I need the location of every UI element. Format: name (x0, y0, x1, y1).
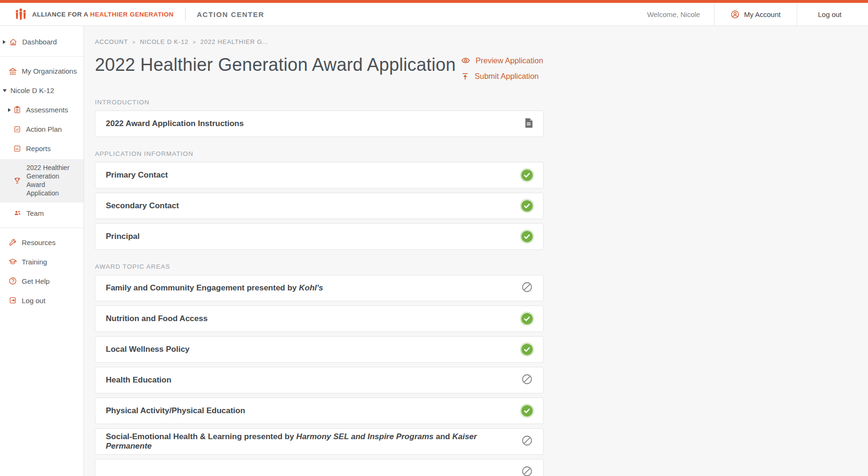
card-status (521, 374, 533, 387)
main-content: ACCOUNT>NICOLE D K-12>2022 HEALTHIER G..… (84, 26, 868, 476)
sidebar-item-label: Reports (26, 144, 51, 153)
card[interactable]: Physical Activity/Physical Education (95, 398, 544, 424)
card-title: Health Education (106, 375, 171, 385)
breadcrumb-item[interactable]: ACCOUNT (95, 38, 128, 45)
action-label: Submit Application (475, 72, 539, 81)
sidebar-item-assessments[interactable]: Assessments (0, 100, 84, 119)
card-partial[interactable] (95, 459, 544, 476)
blocked-icon (521, 281, 533, 295)
card-title: Family and Community Engagement presente… (106, 283, 323, 293)
sidebar-item-dashboard[interactable]: Dashboard (0, 32, 84, 51)
card[interactable]: 2022 Award Application Instructions (95, 110, 544, 137)
card-status (525, 118, 533, 130)
card[interactable]: Social-Emotional Health & Learning prese… (95, 428, 544, 455)
document-icon (525, 118, 533, 130)
sidebar-item-reports[interactable]: Reports (0, 139, 84, 158)
home-icon (9, 38, 17, 46)
brand-prefix: ALLIANCE FOR A (32, 11, 88, 18)
sidebar-item-get-help[interactable]: Get Help (0, 272, 84, 291)
card[interactable]: Nutrition and Food Access (95, 306, 544, 332)
card-status (521, 344, 533, 355)
card-title: Local Wellness Policy (106, 345, 189, 354)
my-account-button[interactable]: My Account (714, 3, 797, 26)
trophy-icon (13, 177, 21, 185)
section-heading: INTRODUCTION (95, 99, 544, 106)
clipboard-icon (13, 106, 21, 114)
team-icon (13, 209, 22, 217)
sidebar-item-training[interactable]: Training (0, 252, 84, 272)
breadcrumb-item[interactable]: 2022 HEALTHIER G... (200, 38, 268, 45)
card[interactable]: Principal (95, 223, 544, 250)
sidebar-item-action-plan[interactable]: Action Plan (0, 119, 84, 139)
brand-name: ALLIANCE FOR A HEALTHIER GENERATION (32, 11, 174, 18)
sidebar-item-award-application[interactable]: 2022 Healthier Generation Award Applicat… (0, 159, 84, 203)
card-title: Nutrition and Food Access (106, 314, 208, 323)
sidebar-item-my-organizations[interactable]: My Organizations (0, 61, 84, 81)
person-icon (731, 10, 740, 19)
header-divider (185, 8, 186, 21)
question-circle-icon (9, 277, 17, 285)
bank-icon (9, 67, 17, 76)
card-status (521, 405, 533, 416)
section-heading: APPLICATION INFORMATION (95, 150, 544, 157)
sidebar-divider (0, 56, 84, 57)
card[interactable]: Local Wellness Policy (95, 336, 544, 363)
upload-icon (461, 72, 469, 81)
breadcrumb: ACCOUNT>NICOLE D K-12>2022 HEALTHIER G..… (95, 38, 868, 45)
sidebar-item-label: Log out (22, 297, 45, 305)
card-status (521, 313, 533, 324)
eye-icon (461, 56, 470, 65)
breadcrumb-separator: > (188, 39, 200, 45)
blocked-icon (521, 435, 533, 448)
card-title: Social-Emotional Health & Learning prese… (106, 432, 521, 451)
sidebar-item-log-out[interactable]: Log out (0, 291, 84, 310)
card-status (521, 170, 533, 181)
section-heading: AWARD TOPIC AREAS (95, 263, 544, 270)
preview-application-link[interactable]: Preview Application (461, 56, 543, 65)
people-logo-icon (14, 8, 27, 21)
logout-icon (9, 296, 17, 305)
card[interactable]: Primary Contact (95, 162, 544, 188)
complete-check-icon (521, 405, 533, 416)
complete-check-icon (521, 344, 533, 355)
breadcrumb-item[interactable]: NICOLE D K-12 (140, 38, 188, 45)
card[interactable]: Health Education (95, 367, 544, 393)
card-title: 2022 Award Application Instructions (106, 119, 244, 128)
sidebar-item-label: Training (22, 258, 47, 266)
checkbox-icon (13, 125, 21, 133)
sidebar-item-label: Resources (22, 238, 56, 246)
application-sections: INTRODUCTION2022 Award Application Instr… (95, 99, 544, 476)
card[interactable]: Family and Community Engagement presente… (95, 275, 544, 301)
wrench-icon (9, 238, 17, 246)
card[interactable]: Secondary Contact (95, 193, 544, 219)
app-name: ACTION CENTER (197, 3, 264, 26)
brand-logo[interactable]: ALLIANCE FOR A HEALTHIER GENERATION (0, 3, 174, 26)
card-title: Principal (106, 232, 140, 241)
brand-accent: HEALTHIER GENERATION (90, 11, 174, 18)
card-title: Physical Activity/Physical Education (106, 406, 245, 416)
card-status (521, 231, 533, 242)
expand-arrow-icon[interactable] (3, 40, 6, 44)
submit-application-link[interactable]: Submit Application (461, 72, 543, 81)
complete-check-icon (521, 231, 533, 242)
sidebar-item-team[interactable]: Team (0, 204, 84, 223)
welcome-text: Welcome, Nicole (633, 3, 714, 26)
collapse-arrow-icon[interactable] (3, 89, 7, 92)
sidebar: Dashboard My Organizations Nicole D K-12… (0, 26, 84, 476)
section-introduction: INTRODUCTION2022 Award Application Instr… (95, 99, 544, 137)
expand-arrow-icon[interactable] (8, 108, 11, 112)
logout-button-header[interactable]: Log out (797, 3, 868, 26)
sidebar-item-label: 2022 Healthier Generation Award Applicat… (26, 164, 77, 198)
card-status (521, 200, 533, 212)
top-header: ALLIANCE FOR A HEALTHIER GENERATION ACTI… (0, 3, 868, 26)
sidebar-item-label: Dashboard (22, 38, 57, 46)
complete-check-icon (521, 200, 533, 212)
sidebar-divider (0, 228, 84, 228)
card-title: Primary Contact (106, 170, 168, 180)
sidebar-item-resources[interactable]: Resources (0, 233, 84, 252)
section-award-topic-areas: AWARD TOPIC AREASFamily and Community En… (95, 263, 544, 476)
blocked-icon (521, 466, 533, 476)
sidebar-item-organization[interactable]: Nicole D K-12 (0, 81, 84, 100)
sidebar-item-label: My Organizations (22, 67, 77, 75)
card-status (521, 466, 533, 476)
